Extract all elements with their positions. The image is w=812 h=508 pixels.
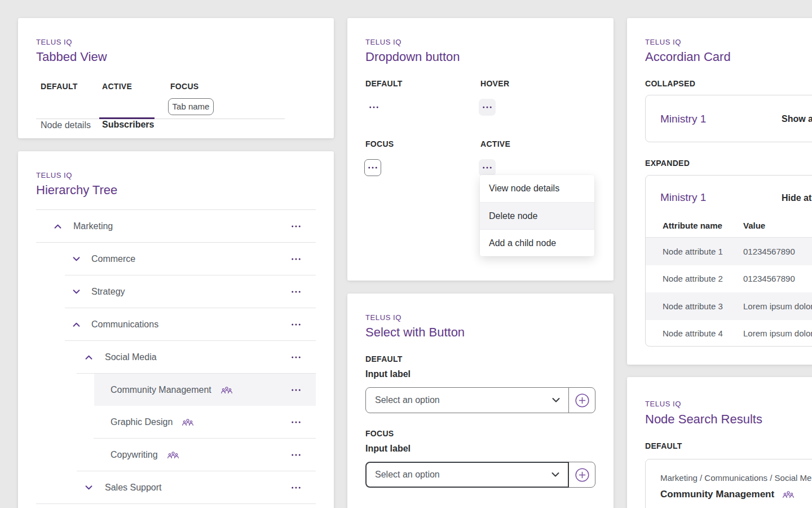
attribute-value-cell: Lorem ipsum dolor — [743, 329, 812, 338]
show-attributes-toggle[interactable]: Show a — [782, 114, 812, 124]
meatball-menu-button-focus[interactable] — [364, 159, 381, 176]
select-input-focused[interactable]: Select an option — [365, 462, 569, 488]
hide-attributes-toggle[interactable]: Hide at — [782, 193, 811, 203]
menu-item-add-child-node[interactable]: Add a child node — [480, 229, 594, 256]
select-with-button-default: Select an option — [365, 387, 595, 413]
plus-circle-icon — [574, 392, 590, 409]
tree-node-label: Community Management — [111, 385, 211, 395]
table-row: Node attribute 4 Lorem ipsum dolor — [646, 320, 812, 348]
input-label: Input label — [365, 444, 411, 454]
meatball-menu-button-active[interactable] — [479, 159, 496, 176]
tab-subscribers-active[interactable]: Subscribers — [102, 120, 154, 130]
attribute-name-cell: Node attribute 3 — [663, 301, 723, 311]
chevron-up-icon[interactable] — [72, 322, 81, 327]
add-button[interactable] — [568, 387, 595, 413]
tree-node-copywriting[interactable]: Copywriting — [36, 439, 316, 471]
meatball-menu-icon[interactable] — [292, 487, 301, 489]
dropdown-menu: View node details Delete node Add a chil… — [480, 175, 594, 256]
menu-item-delete-node[interactable]: Delete node — [480, 202, 594, 229]
state-label-active: ACTIVE — [102, 82, 132, 91]
attribute-value-cell: Lorem ipsum dolor — [743, 301, 812, 311]
meatball-menu-button-hover[interactable] — [479, 99, 496, 116]
tree-node-graphic-design[interactable]: Graphic Design — [36, 406, 316, 438]
select-placeholder: Select an option — [375, 470, 440, 480]
search-result-item[interactable]: Marketing / Communications / Social Me C… — [645, 459, 812, 508]
tree-node-label: Marketing — [73, 221, 113, 231]
chevron-up-icon[interactable] — [85, 354, 93, 360]
card-dropdown-button: TELUS IQ Dropdown button DEFAULT HOVER F… — [347, 18, 614, 281]
tree-node-label: Social Media — [105, 352, 157, 362]
meatball-menu-button-default[interactable] — [365, 99, 382, 116]
chevron-down-icon — [552, 398, 560, 403]
tree-node-strategy[interactable]: Strategy — [36, 275, 316, 308]
chevron-down-icon[interactable] — [85, 485, 93, 490]
people-group-icon — [220, 386, 233, 394]
menu-item-view-node-details[interactable]: View node details — [480, 175, 594, 202]
tree-node-sales-support[interactable]: Sales Support — [36, 471, 316, 503]
chevron-up-icon[interactable] — [54, 224, 62, 229]
meatball-menu-icon[interactable] — [292, 258, 301, 260]
tree-node-marketing[interactable]: Marketing — [36, 210, 316, 242]
table-row: Node attribute 1 01234567890 — [646, 238, 812, 265]
chevron-down-icon[interactable] — [72, 256, 81, 261]
state-label-focus: FOCUS — [365, 429, 394, 438]
add-button[interactable] — [568, 462, 595, 488]
card-title: Tabbed View — [36, 50, 107, 64]
card-node-search-results: TELUS IQ Node Search Results DEFAULT Mar… — [627, 377, 812, 508]
select-with-button-focus: Select an option — [365, 462, 595, 488]
brand-eyebrow: TELUS IQ — [645, 38, 681, 46]
brand-eyebrow: TELUS IQ — [36, 38, 72, 46]
chevron-down-icon — [551, 472, 559, 478]
card-title: Node Search Results — [645, 412, 762, 427]
brand-eyebrow: TELUS IQ — [365, 38, 401, 46]
meatball-menu-icon[interactable] — [292, 225, 301, 227]
tabs-baseline-divider — [36, 119, 285, 119]
accordion-title: Ministry 1 — [660, 113, 706, 125]
tab-focused[interactable]: Tab name — [168, 98, 214, 115]
tree-node-communications[interactable]: Communications — [36, 308, 316, 340]
card-title: Hierarchy Tree — [36, 183, 117, 198]
table-row: Node attribute 3 Lorem ipsum dolor — [646, 292, 812, 320]
divider — [36, 503, 316, 504]
state-label-hover: HOVER — [480, 79, 509, 88]
people-group-icon — [782, 491, 795, 498]
search-result-title-row: Community Management — [660, 489, 795, 500]
attribute-value-cell: 01234567890 — [743, 247, 795, 256]
attribute-name-cell: Node attribute 1 — [663, 247, 723, 256]
chevron-down-icon[interactable] — [72, 289, 81, 294]
tree-node-label: Communications — [91, 319, 158, 330]
tree-node-commerce[interactable]: Commerce — [36, 243, 316, 275]
state-label-default: DEFAULT — [365, 79, 403, 88]
meatball-menu-icon[interactable] — [292, 454, 301, 456]
state-label-focus: FOCUS — [170, 82, 199, 91]
brand-eyebrow: TELUS IQ — [645, 400, 681, 408]
tree-node-label: Sales Support — [105, 483, 162, 493]
card-title: Dropdown button — [365, 50, 460, 64]
tree-node-social-media[interactable]: Social Media — [36, 341, 316, 373]
state-label-default: DEFAULT — [41, 82, 78, 91]
brand-eyebrow: TELUS IQ — [365, 313, 401, 322]
table-header-value: Value — [743, 221, 765, 230]
meatball-menu-icon[interactable] — [292, 291, 301, 293]
tree-node-community-management-selected[interactable]: Community Management — [36, 374, 316, 406]
search-result-title: Community Management — [660, 489, 774, 500]
select-input[interactable]: Select an option — [365, 387, 569, 413]
attribute-value-cell: 01234567890 — [743, 274, 795, 283]
active-tab-underline — [99, 117, 155, 119]
tree-node-label: Copywriting — [111, 450, 158, 460]
people-group-icon — [167, 451, 179, 459]
meatball-menu-icon[interactable] — [292, 356, 301, 358]
meatball-menu-icon[interactable] — [292, 421, 301, 423]
table-row: Node attribute 2 01234567890 — [646, 265, 812, 293]
card-accordion: TELUS IQ Accordian Card COLLAPSED Minist… — [627, 18, 812, 365]
meatball-menu-icon[interactable] — [292, 389, 301, 391]
breadcrumb: Marketing / Communications / Social Me — [660, 473, 811, 483]
tab-node-details[interactable]: Node details — [41, 120, 91, 130]
brand-eyebrow: TELUS IQ — [36, 171, 72, 179]
meatball-menu-icon[interactable] — [292, 323, 301, 326]
card-title: Select with Button — [365, 325, 465, 340]
card-hierarchy-tree: TELUS IQ Hierarchy Tree Marketing Commer… — [18, 151, 334, 508]
accordion-expanded: Ministry 1 Hide at Attribute name Value … — [645, 175, 812, 347]
plus-circle-icon — [574, 467, 590, 483]
card-title: Accordian Card — [645, 50, 731, 64]
